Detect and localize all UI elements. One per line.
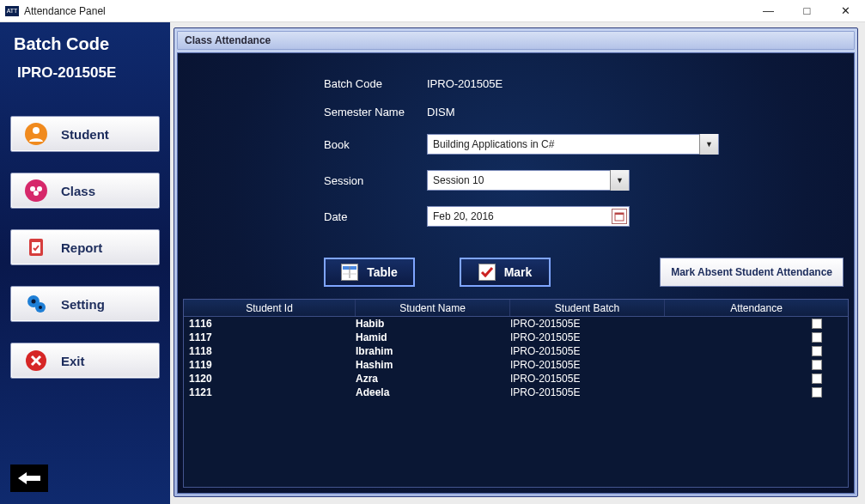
cell-id: 1118 [184, 344, 356, 358]
calendar-icon [610, 206, 629, 227]
sidebar: Batch Code IPRO-201505E Student Class Re… [0, 22, 170, 504]
exit-icon [23, 348, 49, 373]
table-row[interactable]: 1118IbrahimIPRO-201505E [184, 344, 848, 358]
check-icon [478, 264, 496, 281]
mark-button-label: Mark [504, 265, 533, 279]
table-row[interactable]: 1116HabibIPRO-201505E [184, 317, 848, 331]
mark-absent-label: Mark Absent Student Attendance [671, 266, 832, 278]
close-button[interactable]: ✕ [826, 0, 865, 21]
cell-attendance [665, 358, 848, 372]
chevron-down-icon: ▼ [699, 134, 718, 155]
chevron-down-icon: ▼ [610, 170, 629, 191]
maximize-button[interactable]: □ [788, 0, 826, 21]
cell-id: 1121 [184, 386, 356, 399]
back-button[interactable] [10, 465, 48, 492]
cell-id: 1116 [184, 317, 356, 331]
cell-id: 1117 [184, 331, 356, 344]
cell-batch: IPRO-201505E [510, 358, 665, 372]
svg-point-11 [39, 306, 42, 309]
batch-code-label: Batch Code [324, 77, 427, 90]
table-button-label: Table [367, 265, 398, 279]
nav-label: Report [61, 240, 102, 255]
cell-id: 1120 [184, 372, 356, 386]
table-row[interactable]: 1119HashimIPRO-201505E [184, 358, 848, 372]
session-label: Session [324, 174, 427, 187]
svg-rect-14 [615, 213, 624, 215]
cell-name: Azra [356, 372, 510, 386]
semester-label: Semester Name [324, 106, 427, 118]
book-label: Book [324, 138, 427, 151]
window-title: Attendance Panel [24, 5, 106, 17]
attendance-checkbox[interactable] [812, 319, 822, 329]
nav-label: Class [61, 184, 95, 198]
session-dropdown[interactable]: Session 10 ▼ [427, 170, 630, 191]
cell-name: Hashim [356, 358, 510, 372]
setting-icon [23, 291, 49, 317]
session-value: Session 10 [433, 174, 484, 186]
svg-point-3 [30, 186, 35, 191]
date-picker[interactable]: Feb 20, 2016 [427, 206, 630, 227]
cell-name: Hamid [356, 331, 510, 344]
cell-name: Adeela [356, 386, 510, 399]
cell-name: Ibrahim [356, 344, 510, 358]
cell-attendance [665, 372, 848, 386]
report-icon [23, 234, 49, 260]
cell-batch: IPRO-201505E [510, 331, 665, 344]
student-icon [23, 121, 49, 147]
attendance-table: Student Id Student Name Student Batch At… [183, 299, 849, 488]
date-label: Date [324, 210, 427, 223]
inner-window-title: Class Attendance [177, 31, 855, 50]
batch-code-value: IPRO-201505E [427, 77, 503, 90]
svg-point-9 [32, 300, 36, 304]
svg-point-5 [34, 191, 39, 196]
cell-name: Habib [356, 317, 510, 331]
table-button[interactable]: Table [324, 258, 415, 287]
nav-report[interactable]: Report [10, 229, 160, 265]
cell-batch: IPRO-201505E [510, 344, 665, 358]
nav-exit[interactable]: Exit [10, 343, 160, 379]
col-student-name[interactable]: Student Name [356, 300, 510, 316]
mark-button[interactable]: Mark [460, 258, 551, 287]
svg-point-1 [33, 127, 40, 134]
attendance-checkbox[interactable] [812, 332, 822, 343]
nav-label: Exit [61, 354, 85, 368]
semester-value: DISM [427, 106, 455, 118]
sidebar-batch-value: IPRO-201505E [17, 64, 160, 82]
cell-batch: IPRO-201505E [510, 386, 665, 399]
col-attendance[interactable]: Attendance [665, 300, 848, 316]
app-icon: ATT [5, 6, 19, 16]
nav-label: Setting [61, 297, 105, 312]
attendance-checkbox[interactable] [812, 373, 822, 384]
table-icon [341, 264, 358, 281]
book-value: Building Applications in C# [433, 138, 554, 150]
svg-point-4 [37, 186, 42, 191]
cell-id: 1119 [184, 358, 356, 372]
nav-class[interactable]: Class [10, 173, 160, 209]
class-icon [23, 178, 49, 203]
titlebar: ATT Attendance Panel — □ ✕ [0, 0, 865, 22]
table-row[interactable]: 1120AzraIPRO-201505E [184, 372, 848, 386]
cell-batch: IPRO-201505E [510, 317, 665, 331]
cell-attendance [665, 344, 848, 358]
cell-batch: IPRO-201505E [510, 372, 665, 386]
cell-attendance [665, 386, 848, 399]
attendance-checkbox[interactable] [812, 360, 822, 370]
nav-label: Student [61, 127, 109, 142]
nav-setting[interactable]: Setting [10, 286, 160, 322]
date-value: Feb 20, 2016 [433, 210, 494, 222]
col-student-batch[interactable]: Student Batch [510, 300, 665, 316]
attendance-checkbox[interactable] [812, 346, 822, 356]
table-row[interactable]: 1117HamidIPRO-201505E [184, 331, 848, 344]
inner-window: Class Attendance Batch Code IPRO-201505E… [174, 27, 858, 497]
book-dropdown[interactable]: Building Applications in C# ▼ [427, 134, 719, 155]
col-student-id[interactable]: Student Id [184, 300, 356, 316]
mark-absent-button[interactable]: Mark Absent Student Attendance [660, 258, 844, 287]
minimize-button[interactable]: — [749, 0, 788, 21]
cell-attendance [665, 317, 848, 331]
nav-student[interactable]: Student [10, 116, 160, 152]
sidebar-heading: Batch Code [14, 34, 160, 54]
cell-attendance [665, 331, 848, 344]
table-row[interactable]: 1121AdeelaIPRO-201505E [184, 386, 848, 399]
attendance-checkbox[interactable] [812, 387, 822, 398]
